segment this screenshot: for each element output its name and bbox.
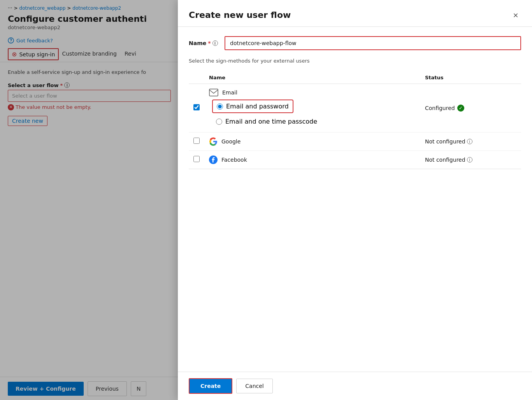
method-facebook-row: Facebook Not configured i [189,151,521,169]
cancel-button[interactable]: Cancel [236,379,272,393]
google-method-cell: Google [204,133,420,151]
col-select-header [189,72,204,84]
modal-body: Name * i Select the sign-methods for you… [178,27,532,372]
google-checkbox-cell [189,133,204,151]
facebook-method-cell: Facebook [204,151,420,169]
google-status-text: Not configured [425,138,465,145]
name-field-label: Name * i [189,40,220,46]
email-method-name: Email [209,89,416,96]
modal-title: Create new user flow [189,10,291,20]
facebook-method-label: Facebook [221,157,247,163]
modal-close-button[interactable]: × [510,9,521,20]
email-checkbox[interactable] [193,104,200,110]
create-button[interactable]: Create [189,378,232,394]
name-field-row: Name * i [189,36,521,50]
email-checkbox-cell [189,84,204,133]
email-password-option[interactable]: Email and password [212,100,293,113]
configured-check-icon: ✓ [457,105,464,112]
google-status-cell: Not configured i [420,133,521,151]
email-otp-radio[interactable] [216,119,222,125]
col-name-header: Name [204,72,420,84]
google-checkbox[interactable] [193,138,200,144]
facebook-method-name: Facebook [209,155,416,164]
facebook-checkbox-cell [189,151,204,169]
google-icon [209,137,218,146]
facebook-icon [209,155,218,164]
google-method-label: Google [221,138,241,145]
modal-header: Create new user flow × [178,0,532,27]
email-status-cell: Configured ✓ [420,84,521,133]
email-method-cell: Email Email and password [204,84,420,133]
facebook-status-info-icon[interactable]: i [467,157,472,162]
email-icon [209,89,218,96]
email-password-label: Email and password [226,103,289,110]
name-input[interactable] [225,36,521,50]
email-sub-methods: Email and password Email and one time pa… [209,100,416,128]
google-status: Not configured i [425,138,516,145]
facebook-status: Not configured i [425,157,516,163]
col-status-header: Status [420,72,521,84]
create-user-flow-modal: Create new user flow × Name * i Select t… [178,0,532,400]
facebook-status-text: Not configured [425,157,465,163]
svg-rect-2 [209,89,218,96]
email-status: Configured ✓ [425,105,516,112]
method-google-row: Google Not configured i [189,133,521,151]
email-otp-label: Email and one time passcode [225,118,317,125]
name-info-icon[interactable]: i [212,40,218,46]
email-password-radio[interactable] [217,103,223,110]
google-status-info-icon[interactable]: i [467,139,472,144]
google-method-name: Google [209,137,416,146]
email-status-text: Configured [425,105,455,111]
method-email-row: Email Email and password [189,84,521,133]
signin-methods-desc: Select the sign-methods for your externa… [189,58,521,64]
name-required-star: * [208,40,211,46]
modal-footer: Create Cancel [178,372,532,400]
facebook-status-cell: Not configured i [420,151,521,169]
email-otp-option[interactable]: Email and one time passcode [212,115,416,128]
facebook-checkbox[interactable] [193,156,200,162]
signin-methods-table: Name Status [189,72,521,169]
email-method-label: Email [222,89,237,96]
